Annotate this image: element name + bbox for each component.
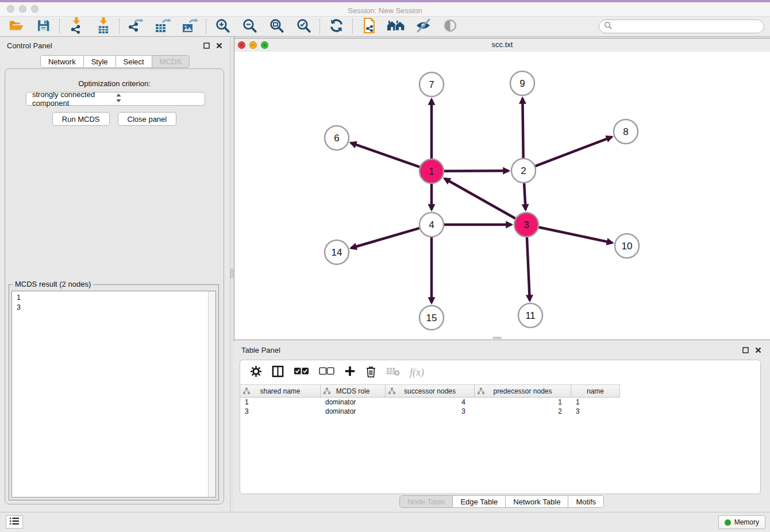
save-session-button[interactable] (33, 18, 53, 35)
graph-node-4[interactable]: 4 (419, 213, 444, 237)
edge-3-10[interactable] (539, 228, 613, 243)
svg-text:8: 8 (623, 126, 628, 137)
graph-node-7[interactable]: 7 (419, 72, 444, 97)
graph-node-11[interactable]: 11 (518, 303, 542, 327)
node-table-container: f(x) shared nameMCDS rolesuccessor nodes… (240, 360, 761, 494)
network-close-button[interactable]: × (238, 41, 245, 49)
zoom-selected-button[interactable] (294, 18, 313, 35)
delete-column-button[interactable] (365, 365, 376, 380)
column-header-predecessor-nodes[interactable]: predecessor nodes (475, 385, 571, 397)
apply-layout-button[interactable] (326, 18, 346, 35)
edge-2-8[interactable] (536, 137, 612, 166)
dropdown-stepper-icon (116, 94, 200, 104)
result-scrollbar[interactable] (208, 291, 215, 497)
close-panel-button[interactable]: Close panel (118, 112, 177, 126)
table-settings-button[interactable] (250, 365, 262, 380)
save-floppy-icon (36, 18, 51, 35)
zoom-in-button[interactable] (213, 18, 232, 35)
float-panel-icon[interactable] (202, 41, 210, 49)
edge-1-6[interactable] (351, 143, 420, 167)
open-session-button[interactable] (6, 18, 26, 35)
float-table-panel-icon[interactable] (741, 346, 749, 354)
import-network-button[interactable] (66, 18, 86, 35)
table-cell[interactable]: 1 (475, 398, 571, 406)
graph-node-1[interactable]: 1 (419, 159, 444, 183)
graph-node-6[interactable]: 6 (325, 126, 349, 150)
network-window: scc.txt × − + 7968124314101511 (234, 38, 770, 340)
graph-node-3[interactable]: 3 (514, 213, 538, 237)
delete-table-button[interactable] (386, 366, 400, 379)
graph-node-8[interactable]: 8 (614, 119, 638, 144)
graph-node-9[interactable]: 9 (510, 71, 534, 95)
table-cell[interactable]: 3 (386, 407, 475, 415)
criterion-dropdown[interactable]: strongly connected component (26, 92, 205, 106)
table-cell[interactable]: 1 (240, 398, 321, 406)
search-input[interactable] (615, 20, 764, 33)
canvas-scrollbar-thumb[interactable] (492, 337, 502, 339)
show-columns-button[interactable] (272, 365, 284, 380)
tab-network-table[interactable]: Network Table (506, 495, 568, 508)
memory-button[interactable]: Memory (718, 515, 765, 529)
edge-2-3[interactable] (524, 183, 525, 210)
column-header-mcds-role[interactable]: MCDS role (321, 385, 386, 397)
graph-node-10[interactable]: 10 (615, 234, 639, 258)
tab-mcds[interactable]: MCDS (152, 55, 190, 68)
mcds-panel: Optimization criterion: strongly connect… (5, 68, 224, 504)
show-panel-list-button[interactable] (6, 515, 23, 529)
table-cell[interactable]: 2 (475, 407, 571, 415)
zoom-fit-button[interactable] (267, 18, 286, 35)
edge-3-1[interactable] (445, 179, 515, 218)
list-icon (10, 517, 19, 527)
zoom-out-button[interactable] (240, 18, 259, 35)
edge-1-2[interactable] (444, 171, 509, 171)
column-header-successor-nodes[interactable]: successor nodes (386, 385, 475, 397)
graph-node-14[interactable]: 14 (325, 240, 349, 264)
tab-motifs[interactable]: Motifs (568, 495, 604, 508)
run-mcds-button[interactable]: Run MCDS (52, 112, 110, 126)
edge-2-9[interactable] (522, 98, 523, 158)
table-row[interactable]: 3dominator323 (240, 407, 760, 416)
search-icon (604, 21, 613, 32)
network-zoom-button[interactable]: + (261, 41, 268, 49)
table-cell[interactable]: 1 (571, 398, 620, 406)
tab-edge-table[interactable]: Edge Table (453, 495, 506, 508)
hide-selected-button[interactable] (413, 18, 433, 35)
close-panel-icon[interactable] (215, 41, 223, 49)
column-header-shared-name[interactable]: shared name (240, 385, 321, 397)
deselect-all-button[interactable] (319, 367, 334, 377)
show-all-button[interactable] (440, 18, 460, 35)
table-cell[interactable]: 4 (386, 398, 475, 406)
mcds-result-items: 13 (12, 291, 215, 314)
table-cell[interactable]: 3 (571, 407, 620, 415)
tab-node-table[interactable]: Node Table (399, 495, 453, 508)
function-builder-button[interactable]: f(x) (410, 367, 424, 379)
graph-node-2[interactable]: 2 (511, 159, 536, 183)
duplicate-network-button[interactable] (359, 18, 379, 35)
close-table-panel-icon[interactable] (754, 346, 762, 354)
select-all-button[interactable] (294, 367, 309, 377)
tab-select[interactable]: Select (116, 55, 152, 68)
network-canvas[interactable]: 7968124314101511 (234, 52, 770, 340)
network-window-titlebar[interactable]: scc.txt × − + (234, 38, 770, 52)
table-row[interactable]: 1dominator411 (240, 398, 760, 407)
tab-style[interactable]: Style (84, 55, 116, 68)
edge-3-11[interactable] (527, 237, 530, 300)
tab-network[interactable]: Network (40, 55, 84, 68)
graph-node-15[interactable]: 15 (419, 306, 444, 330)
export-network-button[interactable] (126, 18, 145, 35)
column-header-name[interactable]: name (571, 385, 620, 397)
table-cell[interactable]: 3 (240, 407, 321, 415)
search-box[interactable] (599, 20, 764, 33)
table-cell[interactable]: dominator (321, 398, 386, 406)
table-cell[interactable]: dominator (321, 407, 386, 415)
export-table-button[interactable] (153, 18, 172, 35)
mcds-result-title: MCDS result (2 nodes) (13, 280, 93, 288)
edge-4-14[interactable] (351, 228, 419, 248)
import-table-button[interactable] (93, 18, 113, 35)
export-image-button[interactable] (180, 18, 199, 35)
first-neighbors-button[interactable] (386, 18, 406, 35)
splitter-grip[interactable] (230, 269, 233, 278)
mcds-result-list[interactable]: 13 (11, 291, 216, 498)
add-column-button[interactable] (344, 365, 356, 379)
network-minimize-button[interactable]: − (249, 41, 257, 49)
